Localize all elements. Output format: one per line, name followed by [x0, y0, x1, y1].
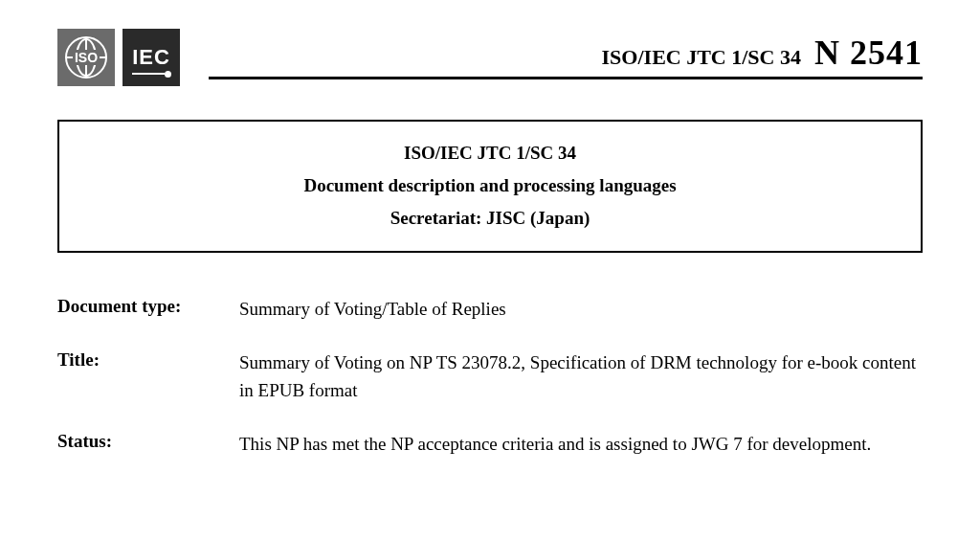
- doc-type-label: Document type:: [57, 296, 239, 317]
- title-label: Title:: [57, 349, 239, 371]
- title-value: Summary of Voting on NP TS 23078.2, Spec…: [239, 349, 923, 404]
- iec-logo-text: IEC: [132, 45, 170, 70]
- metadata-row-title: Title: Summary of Voting on NP TS 23078.…: [57, 349, 923, 404]
- metadata-row-doc-type: Document type: Summary of Voting/Table o…: [57, 296, 923, 324]
- title-box-secretariat: Secretariat: JISC (Japan): [78, 202, 902, 235]
- title-box-committee: ISO/IEC JTC 1/SC 34: [78, 137, 902, 169]
- status-value: This NP has met the NP acceptance criter…: [239, 431, 923, 459]
- iso-logo-text: ISO: [73, 50, 100, 65]
- document-number: N 2541: [814, 33, 923, 73]
- doc-number-row: ISO/IEC JTC 1/SC 34 N 2541: [209, 33, 923, 79]
- doc-type-value: Summary of Voting/Table of Replies: [239, 296, 923, 324]
- iso-logo: ISO: [57, 29, 115, 86]
- iec-logo: IEC: [122, 29, 180, 86]
- document-header: ISO IEC ISO/IEC JTC 1/SC 34 N 2541: [57, 29, 923, 86]
- title-box-description: Document description and processing lang…: [78, 169, 902, 202]
- header-right: ISO/IEC JTC 1/SC 34 N 2541: [209, 29, 923, 79]
- committee-id: ISO/IEC JTC 1/SC 34: [602, 45, 801, 70]
- metadata-section: Document type: Summary of Voting/Table o…: [57, 296, 923, 459]
- metadata-row-status: Status: This NP has met the NP acceptanc…: [57, 431, 923, 459]
- status-label: Status:: [57, 431, 239, 452]
- title-box: ISO/IEC JTC 1/SC 34 Document description…: [57, 120, 923, 253]
- logo-group: ISO IEC: [57, 29, 180, 86]
